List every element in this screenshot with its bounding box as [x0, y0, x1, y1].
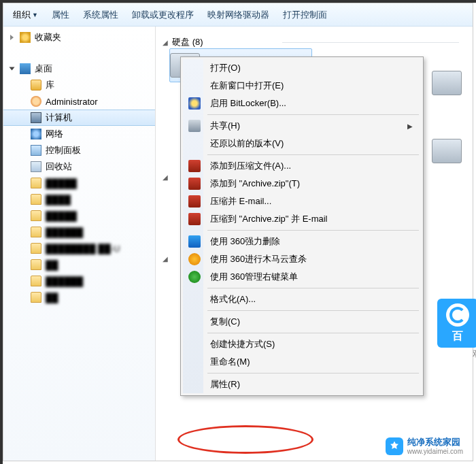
sidebar-folder[interactable]: █████ [3, 208, 155, 224]
360-icon [188, 235, 201, 248]
ctx-360-menu[interactable]: 使用 360管理右键菜单 [183, 268, 421, 286]
toolbar-controlpanel[interactable]: 打开控制面 [277, 6, 333, 24]
ctx-properties[interactable]: 属性(R) [183, 376, 421, 393]
ctx-rename[interactable]: 重命名(M) [183, 353, 421, 371]
sidebar-folder[interactable]: ██████ [3, 273, 155, 289]
sidebar-controlpanel[interactable]: 控制面板 [3, 142, 155, 159]
sidebar-folder[interactable]: ████████ ██-U [3, 240, 155, 256]
toolbar-organize[interactable]: 组织▼ [7, 6, 44, 24]
shield-icon [188, 97, 201, 110]
sidebar-folder[interactable]: ██ [3, 256, 155, 273]
sidebar-folder[interactable]: ██ [3, 289, 155, 305]
sidebar-folder[interactable]: █████ [3, 175, 155, 191]
watermark: 纯净系统家园www.yidaimei.com [386, 437, 463, 455]
ctx-rar-add[interactable]: 添加到压缩文件(A)... [183, 157, 421, 175]
watermark-icon [386, 437, 403, 455]
toolbar: 组织▼ 属性 系统属性 卸载或更改程序 映射网络驱动器 打开控制面 [3, 3, 473, 27]
separator [207, 333, 419, 333]
sidebar: 收藏夹 桌面 库 Administrator 计算机 网络 控制面板 回收站 █… [3, 27, 156, 461]
ctx-360-scan[interactable]: 使用 360进行木马云查杀 [183, 250, 421, 268]
archive-icon [188, 195, 201, 208]
sidebar-libraries[interactable]: 库 [3, 77, 155, 93]
controlpanel-icon [31, 145, 41, 156]
sidebar-folder[interactable]: ████ [3, 191, 155, 208]
user-icon [31, 96, 41, 107]
ctx-shortcut[interactable]: 创建快捷方式(S) [183, 335, 421, 353]
caret-down-icon: ◢ [163, 39, 168, 46]
separator [207, 310, 419, 311]
toolbar-mapdrive[interactable]: 映射网络驱动器 [202, 6, 275, 24]
category-harddisk[interactable]: ◢ 硬盘 (8) [156, 35, 473, 50]
ctx-share[interactable]: 共享(H)▶ [183, 117, 421, 135]
separator [207, 373, 419, 374]
divider [282, 42, 459, 43]
ctx-open-new-window[interactable]: 在新窗口中打开(E) [183, 77, 421, 95]
ctx-restore[interactable]: 还原以前的版本(V) [183, 135, 421, 152]
caret-icon [10, 67, 15, 71]
archive-icon [188, 160, 201, 172]
cloud-icon [446, 303, 469, 327]
sidebar-network[interactable]: 网络 [3, 126, 155, 142]
submenu-arrow-icon: ▶ [407, 122, 413, 130]
ctx-rar-mail[interactable]: 压缩并 E-mail... [183, 193, 421, 210]
360-icon [188, 271, 201, 283]
separator [207, 154, 419, 155]
desktop-icon [20, 63, 31, 74]
folder-icon [31, 259, 41, 270]
ctx-format[interactable]: 格式化(A)... [183, 291, 421, 308]
drive-icon [432, 139, 462, 163]
archive-icon [188, 178, 201, 190]
drive-item[interactable] [432, 66, 476, 100]
sidebar-recycle[interactable]: 回收站 [3, 159, 155, 175]
ctx-rar-zipmail[interactable]: 压缩到 "Archive.zip" 并 E-mail [183, 210, 421, 228]
network-icon [31, 129, 41, 139]
360-icon [188, 253, 201, 265]
toolbar-properties[interactable]: 属性 [46, 6, 75, 24]
ctx-360-delete[interactable]: 使用 360强力删除 [183, 233, 421, 250]
star-icon [20, 32, 31, 43]
context-menu: 打开(O) 在新窗口中打开(E) 启用 BitLocker(B)... 共享(H… [180, 56, 424, 396]
sidebar-computer[interactable]: 计算机 [3, 110, 155, 126]
computer-icon [31, 112, 41, 123]
baidu-cloud-tile[interactable]: 百 双 [437, 299, 476, 348]
separator [207, 114, 419, 115]
sidebar-admin[interactable]: Administrator [3, 93, 155, 110]
caret-down-icon: ◢ [163, 255, 168, 263]
archive-icon [188, 213, 201, 225]
separator [207, 288, 419, 288]
ctx-copy[interactable]: 复制(C) [183, 313, 421, 331]
ctx-open[interactable]: 打开(O) [183, 59, 421, 77]
folder-icon [31, 292, 41, 303]
folder-icon [31, 227, 41, 237]
sidebar-favorites[interactable]: 收藏夹 [3, 29, 155, 46]
share-icon [188, 120, 201, 132]
sidebar-desktop[interactable]: 桌面 [3, 61, 155, 77]
folder-icon [31, 210, 41, 221]
chevron-down-icon: ▼ [32, 12, 38, 18]
folder-icon [31, 243, 41, 254]
folder-icon [31, 276, 41, 286]
caret-icon [10, 35, 14, 40]
drive-item[interactable] [432, 134, 476, 168]
separator [207, 230, 419, 231]
drive-icon [432, 71, 462, 95]
sidebar-folder[interactable]: ██████ [3, 224, 155, 240]
ctx-rar-zip[interactable]: 添加到 "Archive.zip"(T) [183, 175, 421, 193]
library-icon [31, 80, 41, 90]
toolbar-sysprops[interactable]: 系统属性 [78, 6, 124, 24]
folder-icon [31, 194, 41, 205]
folder-icon [31, 178, 41, 188]
recycle-icon [31, 161, 41, 172]
caret-down-icon: ◢ [163, 173, 168, 181]
ctx-bitlocker[interactable]: 启用 BitLocker(B)... [183, 95, 421, 112]
toolbar-uninstall[interactable]: 卸载或更改程序 [126, 6, 199, 24]
